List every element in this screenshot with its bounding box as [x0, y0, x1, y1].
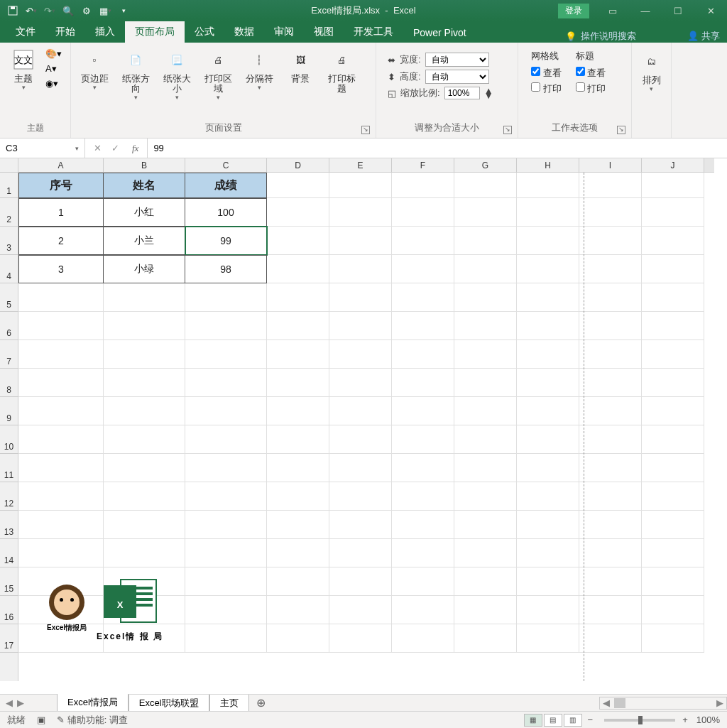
row-header-9[interactable]: 9 — [0, 397, 18, 425]
row-header-15[interactable]: 15 — [0, 567, 18, 596]
height-select[interactable]: 自动 — [425, 70, 489, 84]
row-header-13[interactable]: 13 — [0, 511, 18, 539]
cancel-formula-icon[interactable]: ✕ — [94, 143, 102, 153]
cell-B3[interactable]: 小兰 — [104, 227, 185, 255]
enter-formula-icon[interactable]: ✓ — [111, 143, 119, 153]
addins-icon[interactable]: ⚙ — [81, 5, 92, 16]
print-area-button[interactable]: 🖨打印区域▾ — [199, 45, 237, 104]
row-header-17[interactable]: 17 — [0, 624, 18, 653]
print-preview-icon[interactable]: 🔍 — [62, 5, 74, 16]
width-select[interactable]: 自动 — [425, 53, 489, 67]
tab-view[interactable]: 视图 — [304, 21, 344, 43]
cell-C1[interactable]: 成绩 — [185, 173, 267, 198]
size-button[interactable]: 📃纸张大小▾ — [158, 45, 196, 104]
row-header-14[interactable]: 14 — [0, 539, 18, 567]
gridlines-print-checkbox[interactable] — [531, 82, 540, 92]
headings-view-checkbox[interactable] — [576, 67, 585, 76]
tab-insert[interactable]: 插入 — [85, 21, 125, 43]
row-header-6[interactable]: 6 — [0, 312, 18, 340]
column-header-F[interactable]: F — [392, 158, 454, 172]
formula-bar[interactable]: 99 — [147, 138, 727, 158]
row-header-11[interactable]: 11 — [0, 454, 18, 482]
print-titles-button[interactable]: 🖨打印标题 — [322, 45, 361, 97]
row-header-4[interactable]: 4 — [0, 255, 18, 283]
cell-A4[interactable]: 3 — [18, 255, 104, 283]
effects-icon[interactable]: ◉▾ — [45, 78, 62, 89]
background-button[interactable]: 🖼背景 — [281, 45, 319, 87]
fx-icon[interactable]: fx — [132, 143, 138, 154]
cell-A3[interactable]: 2 — [18, 227, 104, 255]
cell-A1[interactable]: 序号 — [18, 173, 104, 198]
spreadsheet-grid[interactable]: ABCDEFGHIJ 1234567891011121314151617 序号姓… — [0, 158, 727, 694]
minimize-icon[interactable]: — — [629, 0, 662, 21]
zoom-slider[interactable] — [604, 719, 675, 722]
column-header-H[interactable]: H — [517, 158, 579, 172]
sheet-tab-2[interactable]: Excel职场联盟 — [129, 695, 209, 712]
horizontal-scrollbar[interactable]: ◀▶ — [599, 697, 727, 710]
qat-customize-icon[interactable]: ▾ — [118, 5, 129, 16]
cell-C2[interactable]: 100 — [185, 198, 267, 227]
tell-me-icon[interactable]: 💡 — [565, 31, 576, 42]
row-header-3[interactable]: 3 — [0, 227, 18, 255]
tab-scroll-last-icon[interactable]: ▶ — [17, 697, 24, 708]
row-header-5[interactable]: 5 — [0, 283, 18, 312]
themes-button[interactable]: 文文 主题▾ — [4, 45, 43, 94]
new-sheet-button[interactable]: ⊕ — [249, 696, 273, 710]
headings-print-checkbox[interactable] — [576, 82, 585, 92]
page-break-view-button[interactable]: ▥ — [564, 714, 582, 727]
name-box[interactable]: C3▾ — [0, 138, 85, 158]
row-header-16[interactable]: 16 — [0, 596, 18, 624]
tab-developer[interactable]: 开发工具 — [344, 21, 403, 43]
tab-review[interactable]: 审阅 — [264, 21, 304, 43]
accessibility-status[interactable]: ✎ 辅助功能: 调查 — [57, 714, 128, 727]
normal-view-button[interactable]: ▦ — [524, 714, 542, 727]
row-header-1[interactable]: 1 — [0, 173, 18, 198]
row-header-7[interactable]: 7 — [0, 340, 18, 369]
sheet-tab-1[interactable]: Excel情报局 — [57, 694, 129, 712]
column-header-I[interactable]: I — [579, 158, 642, 172]
login-button[interactable]: 登录 — [558, 4, 589, 18]
tab-file[interactable]: 文件 — [6, 21, 45, 43]
cell-C3[interactable]: 99 — [185, 227, 267, 255]
cell-A2[interactable]: 1 — [18, 198, 104, 227]
undo-icon[interactable]: ↶▾ — [26, 5, 37, 16]
column-header-B[interactable]: B — [104, 158, 185, 172]
column-header-A[interactable]: A — [18, 158, 104, 172]
close-icon[interactable]: ✕ — [694, 0, 727, 21]
sheet-tab-3[interactable]: 主页 — [209, 695, 249, 712]
colors-icon[interactable]: 🎨▾ — [45, 48, 62, 59]
cell-B2[interactable]: 小红 — [104, 198, 185, 227]
scale-input[interactable] — [444, 87, 480, 99]
share-button[interactable]: 👤 共享 — [687, 30, 720, 43]
tab-formulas[interactable]: 公式 — [185, 21, 224, 43]
column-header-J[interactable]: J — [642, 158, 704, 172]
tab-power-pivot[interactable]: Power Pivot — [403, 23, 476, 43]
arrange-button[interactable]: 🗂排列▾ — [633, 47, 671, 95]
cell-B4[interactable]: 小绿 — [104, 255, 185, 283]
tell-me-search[interactable]: 操作说明搜索 — [581, 30, 636, 43]
tab-home[interactable]: 开始 — [45, 21, 85, 43]
ribbon-display-icon[interactable]: ▭ — [596, 0, 629, 21]
gridlines-view-checkbox[interactable] — [531, 67, 540, 76]
page-setup-launcher[interactable]: ↘ — [361, 126, 370, 134]
row-header-10[interactable]: 10 — [0, 425, 18, 454]
row-header-8[interactable]: 8 — [0, 369, 18, 397]
column-header-G[interactable]: G — [454, 158, 517, 172]
zoom-level[interactable]: 100% — [696, 715, 720, 725]
tab-page-layout[interactable]: 页面布局 — [125, 21, 185, 43]
select-all-button[interactable] — [0, 158, 18, 173]
group-icon[interactable]: ▦▾ — [99, 5, 111, 16]
save-icon[interactable] — [7, 5, 18, 16]
scale-launcher[interactable]: ↘ — [503, 126, 512, 134]
record-macro-icon[interactable]: ▣ — [37, 715, 45, 725]
margins-button[interactable]: ▫页边距▾ — [75, 45, 114, 94]
row-header-2[interactable]: 2 — [0, 198, 18, 227]
row-header-12[interactable]: 12 — [0, 482, 18, 511]
sheet-opts-launcher[interactable]: ↘ — [617, 126, 625, 134]
fonts-icon[interactable]: A▾ — [45, 63, 62, 74]
column-header-E[interactable]: E — [329, 158, 392, 172]
orientation-button[interactable]: 📄纸张方向▾ — [116, 45, 155, 104]
cell-B1[interactable]: 姓名 — [104, 173, 185, 198]
redo-icon[interactable]: ↷▾ — [44, 5, 55, 16]
tab-data[interactable]: 数据 — [224, 21, 264, 43]
